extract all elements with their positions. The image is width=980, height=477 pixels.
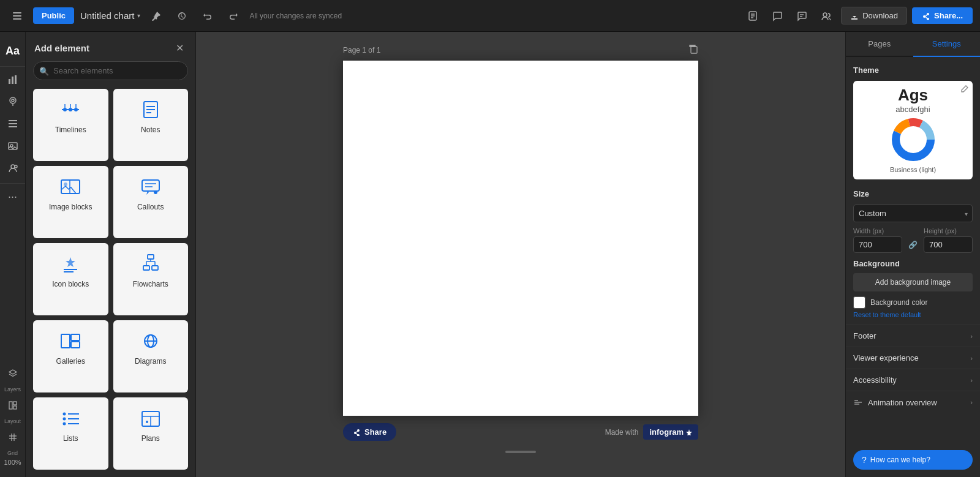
search-input[interactable] (33, 61, 188, 80)
public-button[interactable]: Public (33, 7, 74, 24)
svg-point-21 (11, 165, 15, 168)
theme-donut-chart (892, 118, 935, 161)
width-col: Width (px) (853, 227, 902, 253)
element-card-callouts[interactable]: Callouts (113, 166, 189, 238)
svg-point-33 (74, 108, 78, 111)
viewer-experience-label: Viewer experience (853, 353, 919, 362)
element-card-timelines[interactable]: Timelines (33, 89, 108, 161)
share-people-icon[interactable] (816, 6, 836, 26)
timelines-icon (59, 99, 82, 121)
main-layout: Aa ··· Layers (0, 32, 980, 477)
svg-rect-41 (61, 180, 80, 193)
svg-rect-52 (143, 266, 149, 270)
svg-rect-58 (71, 334, 80, 340)
svg-rect-50 (148, 255, 154, 259)
made-with-label: Made with infogram (605, 424, 698, 440)
tab-settings[interactable]: Settings (913, 32, 981, 57)
svg-rect-0 (13, 12, 21, 13)
tools-bottom-group: Layers Layout Grid 100% (0, 363, 25, 471)
history-icon[interactable] (172, 6, 192, 26)
tools-sidebar: Aa ··· Layers (0, 32, 26, 477)
typography-tool[interactable]: Aa (2, 40, 23, 61)
size-title: Size (853, 189, 973, 198)
download-button[interactable]: Download (841, 7, 907, 24)
canvas-area: Page 1 of 1 Share Made with infogram (196, 32, 845, 477)
tools-more-group: ··· (0, 183, 25, 209)
element-card-notes[interactable]: Notes (113, 89, 189, 161)
add-background-image-button[interactable]: Add background image (853, 273, 973, 291)
more-tools[interactable]: ··· (2, 186, 23, 207)
panel-title: Add element (34, 43, 89, 53)
element-card-lists[interactable]: Lists (33, 397, 108, 470)
icon-blocks-icon (59, 253, 82, 275)
element-label-galleries: Galleries (56, 357, 85, 366)
chart-title-container[interactable]: Untitled chart ▾ (80, 10, 140, 21)
right-tabs: Pages Settings (846, 32, 980, 57)
grid-label: Grid (7, 450, 18, 456)
accessibility-row[interactable]: Accessibility › (846, 369, 980, 391)
height-input[interactable] (924, 236, 973, 253)
infogram-badge[interactable]: infogram (643, 424, 698, 440)
chart-tool[interactable] (2, 69, 23, 90)
background-color-swatch[interactable] (853, 296, 865, 309)
diagrams-icon (139, 330, 162, 352)
map-tool[interactable] (2, 91, 23, 112)
viewer-experience-row[interactable]: Viewer experience › (846, 347, 980, 369)
topbar-right: Download Share... (743, 6, 973, 26)
people-tool[interactable] (2, 157, 23, 178)
galleries-icon (59, 330, 82, 352)
layers-label: Layers (4, 386, 21, 392)
element-card-galleries[interactable]: Galleries (33, 320, 108, 392)
element-card-flowcharts[interactable]: Flowcharts (113, 243, 189, 315)
svg-point-72 (146, 421, 148, 423)
callouts-icon (139, 176, 162, 198)
undo-icon[interactable] (198, 6, 217, 26)
element-label-lists: Lists (63, 434, 78, 443)
theme-ags-text: Ags (898, 87, 928, 103)
footer-row[interactable]: Footer › (846, 325, 980, 347)
chevron-right-icon-2: › (970, 355, 973, 362)
menu-icon[interactable] (7, 6, 27, 26)
canvas-share-button[interactable]: Share (343, 423, 396, 441)
layers-tool[interactable] (2, 363, 23, 384)
size-select-wrap: Custom ▾ (853, 205, 973, 222)
width-input[interactable] (853, 236, 902, 253)
panel-close-button[interactable]: ✕ (172, 40, 187, 55)
help-button[interactable]: ? How can we help? (853, 450, 973, 470)
page-info: Page 1 of 1 (343, 44, 698, 56)
footer-label: Footer (853, 331, 876, 340)
element-card-icon-blocks[interactable]: Icon blocks (33, 243, 108, 315)
element-card-diagrams[interactable]: Diagrams (113, 320, 189, 392)
theme-abc-text: abcdefghi (895, 105, 930, 113)
animation-overview-row[interactable]: Animation overview › (846, 391, 980, 413)
redo-icon[interactable] (224, 6, 243, 26)
notes-element-icon (139, 99, 162, 121)
reset-theme-link[interactable]: Reset to theme default (853, 311, 973, 318)
pin-icon[interactable] (146, 6, 166, 26)
canvas-page[interactable] (343, 61, 698, 416)
svg-point-65 (63, 418, 66, 421)
element-card-image-blocks[interactable]: Image blocks (33, 166, 108, 238)
animation-icon: Animation overview (853, 397, 937, 407)
svg-point-80 (900, 126, 927, 153)
plans-icon (139, 407, 162, 429)
theme-name: Business (light) (890, 166, 936, 173)
grid-tool[interactable] (2, 427, 23, 448)
theme-card: Ags abcdefghi Business (light) (853, 81, 973, 179)
tab-pages[interactable]: Pages (846, 32, 913, 57)
notes-icon[interactable] (743, 6, 763, 26)
share-button[interactable]: Share... (912, 7, 973, 24)
list-tool[interactable] (2, 113, 23, 134)
element-card-plans[interactable]: Plans (113, 397, 189, 470)
svg-line-74 (356, 431, 358, 432)
photo-tool[interactable] (2, 135, 23, 156)
bg-color-label: Background color (870, 298, 927, 307)
comment-icon[interactable] (767, 6, 787, 26)
svg-point-31 (63, 108, 67, 111)
theme-edit-button[interactable] (961, 85, 969, 94)
chat-icon[interactable] (792, 6, 812, 26)
element-label-callouts: Callouts (137, 203, 164, 211)
layout-tool[interactable] (2, 395, 23, 416)
size-select[interactable]: Custom (853, 205, 973, 222)
page-copy-button[interactable] (688, 44, 698, 56)
